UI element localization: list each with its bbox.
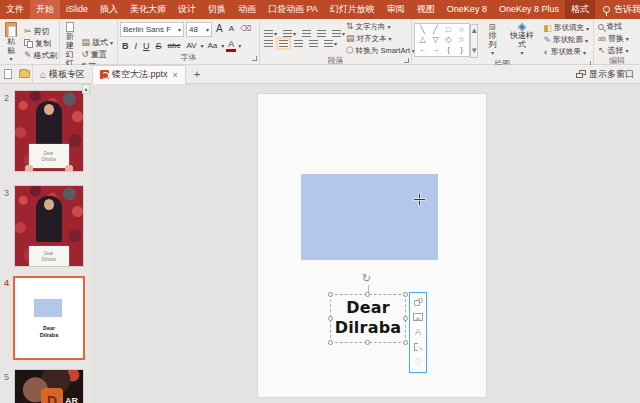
open-folder-button[interactable]	[16, 67, 32, 82]
resize-handle-sw[interactable]	[328, 340, 333, 345]
blue-rectangle-shape[interactable]	[301, 174, 438, 260]
shape-glyph[interactable]: ▽	[429, 35, 442, 45]
shapes-icon[interactable]	[414, 298, 423, 307]
bullets-button[interactable]: ▾	[262, 29, 279, 38]
tab-slideshow[interactable]: 幻灯片放映	[324, 0, 381, 19]
select-button[interactable]: ↖选择▾	[596, 45, 631, 56]
slide-thumbnail-4-selected[interactable]: Dear Dilraba	[15, 278, 83, 358]
character-spacing-button[interactable]: AV	[184, 39, 198, 53]
close-icon[interactable]: ×	[171, 70, 178, 80]
tab-home[interactable]: 开始	[30, 0, 60, 19]
scroll-up-button[interactable]: ▲	[82, 84, 90, 94]
tab-document[interactable]: 镂空大法.pptx ×	[92, 65, 186, 84]
font-color-button[interactable]: A	[226, 39, 236, 52]
resize-handle-e[interactable]	[403, 316, 408, 321]
shape-glyph[interactable]: ╲	[416, 25, 429, 35]
heart-icon[interactable]: ♡	[414, 357, 422, 367]
tab-animations[interactable]: 动画	[232, 0, 262, 19]
image-icon[interactable]	[413, 313, 423, 321]
slide-editing-surface[interactable]: ↻ Dear Dilraba	[258, 94, 486, 397]
shape-glyph[interactable]: ╱	[429, 25, 442, 35]
resize-handle-se[interactable]	[403, 340, 408, 345]
tab-onekey8plus[interactable]: OneKey 8 Plus	[493, 0, 565, 19]
shape-glyph[interactable]: {	[442, 45, 455, 55]
font-size-combo[interactable]: 48▾	[186, 22, 212, 37]
align-center-button[interactable]	[277, 39, 290, 48]
resize-handle-n[interactable]	[365, 292, 370, 297]
rotate-handle-icon[interactable]: ↻	[362, 272, 371, 285]
reset-button[interactable]: ↺重置	[79, 49, 115, 60]
action-icon[interactable]	[414, 343, 422, 351]
tab-file[interactable]: 文件	[0, 0, 30, 19]
resize-handle-nw[interactable]	[328, 292, 333, 297]
clear-formatting-button[interactable]: ⌫	[238, 22, 253, 36]
tab-format[interactable]: 格式	[565, 0, 595, 19]
shape-glyph[interactable]: ←	[416, 45, 429, 55]
increase-indent-button[interactable]	[315, 29, 328, 38]
resize-handle-s[interactable]	[365, 340, 370, 345]
shape-glyph[interactable]: }	[455, 45, 468, 55]
quick-insert-toolbar[interactable]: A ♡	[409, 292, 427, 373]
grow-font-button[interactable]: A	[214, 22, 225, 36]
tab-onekey8[interactable]: OneKey 8	[441, 0, 493, 19]
tab-transitions[interactable]: 切换	[202, 0, 232, 19]
shape-outline-button[interactable]: ✎形状轮廓▾	[541, 35, 591, 46]
gallery-scrollbar[interactable]: ▲▼	[470, 24, 478, 58]
text-direction-button[interactable]: ⇅文字方向▾	[344, 21, 410, 32]
strikethrough-button[interactable]: abc	[166, 39, 183, 53]
dialog-launcher-icon[interactable]	[252, 56, 257, 61]
find-button[interactable]: 查找	[596, 21, 631, 32]
slide-thumbnail-3[interactable]: Dear Dilraba	[15, 186, 83, 266]
slide-thumbnail-5[interactable]: D AR	[15, 370, 83, 403]
dialog-launcher-icon[interactable]	[404, 58, 409, 63]
tab-template-zone[interactable]: ⌂ 模板专区	[32, 65, 92, 84]
new-tab-button[interactable]: +	[186, 68, 208, 80]
shrink-font-button[interactable]: A	[227, 22, 236, 36]
text-icon[interactable]: A	[415, 327, 421, 337]
columns-button[interactable]: ▾	[322, 39, 339, 48]
shape-glyph[interactable]: □	[442, 25, 455, 35]
format-painter-button[interactable]: ✎格式刷	[22, 50, 60, 61]
arrange-button[interactable]: ⧈ 排列▾	[482, 21, 502, 59]
resize-handle-w[interactable]	[328, 316, 333, 321]
font-name-combo[interactable]: Berlin Sans F▾	[120, 22, 184, 37]
slide-thumbnail-2[interactable]: Dear Dilraba	[15, 91, 83, 171]
align-text-button[interactable]: ▤对齐文本▾	[344, 33, 410, 44]
shadow-button[interactable]: S	[154, 39, 164, 53]
underline-button[interactable]: U	[141, 39, 152, 53]
align-left-button[interactable]	[262, 39, 275, 48]
shape-glyph[interactable]: ○	[455, 25, 468, 35]
shape-glyph[interactable]: △	[416, 35, 429, 45]
slide-title-text[interactable]: Dear Dilraba	[331, 298, 405, 338]
show-windows-button[interactable]: 显示多窗口	[576, 68, 640, 81]
layout-button[interactable]: ▤版式▾	[79, 37, 115, 48]
tab-insert[interactable]: 插入	[94, 0, 124, 19]
align-right-button[interactable]	[292, 39, 305, 48]
shape-fill-button[interactable]: ◧形状填充▾	[541, 23, 591, 34]
replace-button[interactable]: ab替换▾	[596, 33, 631, 44]
shape-gallery[interactable]: ╲ ╱ □ ○ △ ▽ ◇ ☆ ← → { } ▲▼	[414, 23, 470, 57]
shape-glyph[interactable]: ☆	[455, 35, 468, 45]
italic-button[interactable]: I	[133, 39, 140, 53]
selected-text-box[interactable]: Dear Dilraba	[330, 294, 406, 343]
shape-glyph[interactable]: ◇	[442, 35, 455, 45]
gallery-down-icon[interactable]: ▼	[468, 46, 481, 56]
gallery-up-icon[interactable]: ▲	[468, 26, 481, 36]
tab-review[interactable]: 审阅	[381, 0, 411, 19]
resize-handle-ne[interactable]	[403, 292, 408, 297]
convert-smartart-button[interactable]: ⬡转换为 SmartArt▾	[344, 45, 410, 56]
numbering-button[interactable]: ▾	[281, 29, 298, 38]
decrease-indent-button[interactable]	[300, 29, 313, 38]
tab-islide[interactable]: iSlide	[60, 0, 94, 19]
tab-design[interactable]: 设计	[172, 0, 202, 19]
new-document-button[interactable]	[0, 67, 16, 82]
copy-button[interactable]: 复制	[22, 38, 60, 49]
tab-pocket-animation[interactable]: 口袋动画 PA	[262, 0, 324, 19]
justify-button[interactable]	[307, 39, 320, 48]
shape-glyph[interactable]: →	[429, 45, 442, 55]
thumbnail-scrollbar[interactable]: ▲	[82, 84, 90, 403]
paste-button[interactable]: 粘贴 ▾	[2, 21, 20, 65]
quick-styles-button[interactable]: ◈ 快速样式▾	[505, 21, 540, 59]
cut-button[interactable]: ✂剪切	[22, 26, 60, 37]
tab-view[interactable]: 视图	[411, 0, 441, 19]
